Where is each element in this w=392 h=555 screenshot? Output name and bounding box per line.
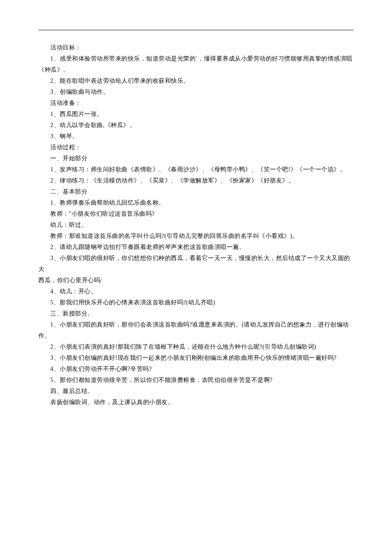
- paragraph-continuation: 《种瓜》。: [38, 64, 354, 75]
- paragraph: 1、发声练习：师生问好歌曲《表情歌》、《春雨沙沙》、《母鸭带小鸭》、《笑一个吧!…: [38, 164, 354, 175]
- paragraph: 2、律动练习：《生活模仿动作》、《买菜》、《学做解放军》、《扮家家》《好朋友》。: [38, 175, 354, 186]
- paragraph: 2、小朋友们表演的真好!那我们除了在墙根下种瓜，还能在什么地方种什么呢?(引导幼…: [38, 341, 354, 353]
- paragraph-continuation: 西瓜，你们心里开心吗/: [38, 275, 354, 286]
- paragraph: 3、小朋友们唱的很好听，你们想想你们种的西瓜，看着它一天一天，慢慢的长大，然后结…: [38, 253, 354, 275]
- paragraph: 活动目标：: [38, 42, 354, 53]
- top-horizontal-rule: [38, 30, 354, 30]
- paragraph: 2、能在歌唱中表达劳动给人们带来的收获和快乐。: [38, 75, 354, 87]
- paragraph: 1、西瓜图片一张。: [38, 109, 354, 120]
- paragraph: 2、请幼儿跟随钢琴边拍打节奏跟着老师的琴声来把这首歌曲演唱一遍。: [38, 242, 354, 253]
- paragraph: 幼儿：听过。: [38, 220, 354, 231]
- paragraph: 三、新授部分。: [38, 308, 354, 319]
- paragraph: 5、那我们用快乐开心的心情来表演这首歌曲好吗?(幼儿齐唱): [38, 297, 354, 308]
- paragraph: 5、那你们都知道劳动很辛苦，所以你们不能浪费粮食，农民伯伯很辛苦是不是啊?: [38, 375, 354, 386]
- paragraph: 1、小朋友们唱的真好听，那你们会表演这首歌曲吗?谁愿意来表演的。(请幼儿发挥自己…: [38, 319, 354, 341]
- paragraph: 3、创编歌曲与动作。: [38, 87, 354, 98]
- paragraph: 教师："小朋友你们听过这首音乐曲吗?: [38, 208, 354, 220]
- paragraph: 教师：那谁知道这首乐曲的名字叫什么吗?(引导幼儿完整的回答乐曲的名字叫《小看戏》…: [38, 231, 354, 242]
- paragraph: 3、小朋友们创编的真好!现在我们一起来把小朋友们刚刚创编出来的歌曲用开心快乐的情…: [38, 353, 354, 364]
- paragraph: 活动准备：: [38, 98, 354, 109]
- paragraph: 1、教师弹奏乐曲帮助幼儿回忆乐曲名称。: [38, 197, 354, 208]
- document-body: 活动目标：1、感受和体验劳动所带来的快乐，知道劳动是光荣的`，懂得要养成从小爱劳…: [38, 42, 354, 408]
- paragraph: 活动过程：: [38, 142, 354, 153]
- paragraph: 1、感受和体验劳动所带来的快乐，知道劳动是光荣的`，懂得要养成从小爱劳动的好习惯…: [38, 53, 354, 64]
- paragraph: 二、基本部分: [38, 186, 354, 197]
- paragraph: 4、幼儿：开心。: [38, 286, 354, 297]
- paragraph: 4、小朋友们劳动开不开心啊?辛苦吗?: [38, 364, 354, 375]
- paragraph: 2、幼儿以学会歌曲,《种瓜》。: [38, 120, 354, 131]
- document-page: 活动目标：1、感受和体验劳动所带来的快乐，知道劳动是光荣的`，懂得要养成从小爱劳…: [0, 0, 392, 555]
- paragraph: 一、开始部分: [38, 153, 354, 164]
- paragraph: 3、钢琴。: [38, 131, 354, 142]
- paragraph: 表扬创编歌词、动作，及上课认真的小朋友。: [38, 397, 354, 408]
- paragraph: 四、最后总结。: [38, 386, 354, 397]
